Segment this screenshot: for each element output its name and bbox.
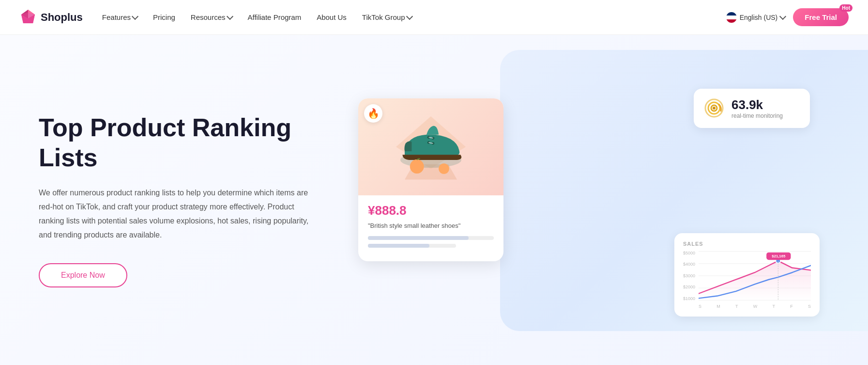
product-card: 🔥	[358, 98, 503, 261]
sales-card: SALES $5000 $4000 $3000 $2000 $1000	[674, 233, 820, 317]
product-bar-1-fill	[368, 236, 469, 240]
x-label-s2: S	[808, 304, 811, 309]
monitoring-number: 63.9k	[731, 97, 783, 112]
hero-description: We offer numerous product ranking lists …	[39, 186, 310, 242]
y-label-1000: $1000	[683, 296, 695, 301]
monitoring-card: 63.9k real-time monitoring	[694, 89, 810, 128]
language-selector[interactable]: English (US)	[726, 12, 786, 23]
chart-y-labels: $5000 $4000 $3000 $2000 $1000	[683, 251, 695, 301]
chart-area: $5000 $4000 $3000 $2000 $1000	[683, 251, 811, 309]
svg-text:$21,165: $21,165	[772, 254, 786, 258]
flag-icon	[726, 12, 737, 23]
hero-right: 🔥	[339, 69, 839, 331]
x-label-s1: S	[699, 304, 701, 309]
y-label-5000: $5000	[683, 251, 695, 255]
monitoring-info: 63.9k real-time monitoring	[731, 97, 783, 119]
nav-pricing[interactable]: Pricing	[153, 13, 175, 21]
x-label-m: M	[716, 304, 720, 309]
hero-title: Top Product Ranking Lists	[39, 112, 339, 173]
y-label-4000: $4000	[683, 262, 695, 267]
chevron-down-icon	[779, 13, 786, 20]
sales-title: SALES	[683, 241, 811, 247]
free-trial-button[interactable]: Free Trial Hot	[793, 8, 849, 26]
hero-section: Top Product Ranking Lists We offer numer…	[0, 35, 868, 365]
chart-x-labels: S M T W T F S	[699, 304, 811, 309]
fire-badge: 🔥	[364, 104, 382, 123]
chevron-down-icon	[132, 13, 138, 20]
product-bar-1	[368, 236, 494, 240]
shoe-image	[387, 111, 474, 183]
product-card-header: 🔥	[358, 98, 503, 195]
nav-right: English (US) Free Trial Hot	[726, 8, 849, 26]
product-card-body: ¥888.8 "British style small leather shoe…	[358, 195, 503, 261]
explore-now-button[interactable]: Explore Now	[39, 263, 127, 287]
x-label-f: F	[790, 304, 793, 309]
product-price: ¥888.8	[368, 203, 494, 218]
monitoring-icon	[703, 97, 725, 119]
nav-about[interactable]: About Us	[317, 13, 347, 21]
x-label-t2: T	[772, 304, 775, 309]
logo[interactable]: Shoplus	[19, 9, 83, 26]
nav-resources[interactable]: Resources	[191, 13, 232, 21]
nav-features[interactable]: Features	[102, 13, 137, 21]
svg-point-23	[713, 107, 716, 110]
nav-tiktok[interactable]: TikTok Group	[362, 13, 412, 21]
chevron-down-icon	[226, 13, 233, 20]
svg-point-17	[410, 159, 424, 174]
monitoring-label: real-time monitoring	[731, 112, 783, 119]
navbar: Shoplus Features Pricing Resources Affil…	[0, 0, 868, 35]
logo-text: Shoplus	[41, 11, 83, 24]
hot-badge: Hot	[839, 4, 853, 12]
hero-left: Top Product Ranking Lists We offer numer…	[39, 112, 339, 288]
product-bar-2-fill	[368, 244, 429, 248]
y-label-3000: $3000	[683, 273, 695, 278]
x-label-t1: T	[735, 304, 738, 309]
x-label-w: W	[753, 304, 758, 309]
chart-svg: $21,165	[699, 251, 811, 301]
nav-affiliate[interactable]: Affiliate Program	[248, 13, 302, 21]
y-label-2000: $2000	[683, 285, 695, 289]
product-bar-2	[368, 244, 456, 248]
svg-marker-29	[699, 261, 811, 300]
product-name: "British style small leather shoes"	[368, 222, 494, 229]
svg-point-19	[439, 163, 449, 174]
nav-links: Features Pricing Resources Affiliate Pro…	[102, 13, 726, 21]
chevron-down-icon	[406, 13, 412, 20]
logo-icon	[19, 9, 37, 26]
